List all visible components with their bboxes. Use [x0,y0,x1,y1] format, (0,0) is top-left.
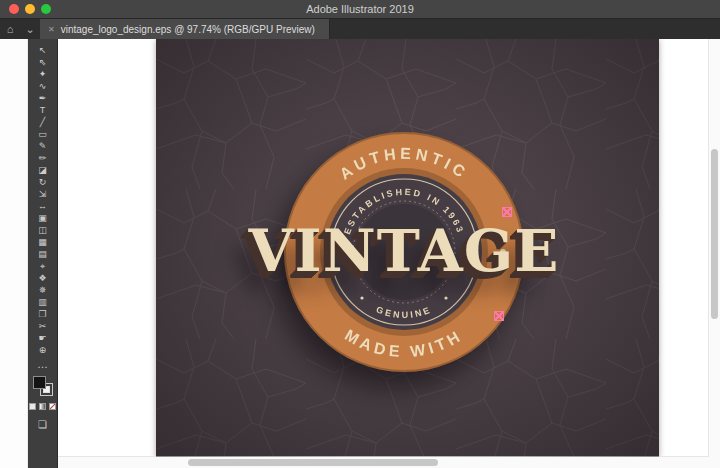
canvas-area[interactable]: AUTHENTIC MADE WITH ESTABLISHED IN 1963 … [58,39,720,468]
none-mode-button[interactable] [49,403,56,410]
paintbrush-tool-icon: ✎ [39,140,47,152]
tool-width-tool[interactable]: ↔ [38,200,47,212]
traffic-lights [9,0,51,18]
tool-magic-wand-tool[interactable]: ✦ [38,68,47,80]
tool-gradient-tool[interactable]: ▤ [38,248,47,260]
chevron-down-icon[interactable]: ⌄ [20,19,40,39]
horizontal-scrollbar[interactable] [58,456,709,468]
tool-column-graph-tool[interactable]: ▥ [38,296,47,308]
type-tool-icon: T [40,104,46,116]
eraser-tool-icon: ◪ [38,164,47,176]
document-tab-label: vintage_logo_design.eps @ 97.74% (RGB/GP… [61,24,315,35]
tool-pen-tool[interactable]: ✒ [38,92,47,104]
selection-tool-icon: ↖ [39,44,47,56]
illustrator-window: Adobe Illustrator 2019 ⌂ ⌄ ✕ vintage_log… [0,0,720,468]
document-tab[interactable]: ✕ vintage_logo_design.eps @ 97.74% (RGB/… [40,19,330,39]
screen-mode-button[interactable]: ❏ [38,419,47,430]
badge-main-title[interactable]: VINTAGE [249,217,560,285]
main-area: ↖⇖✦∿✒T╱▭✎✏◪↻⇲↔▣◫▦▤⌖❖✵▥❐✂☛⊕ … ❏ [0,39,720,468]
direct-selection-tool-icon: ⇖ [39,56,47,68]
tools-panel: ↖⇖✦∿✒T╱▭✎✏◪↻⇲↔▣◫▦▤⌖❖✵▥❐✂☛⊕ … ❏ [28,39,58,468]
vertical-scrollbar-thumb[interactable] [711,149,718,319]
tool-mesh-tool[interactable]: ▦ [38,236,47,248]
gradient-tool-icon: ▤ [38,248,47,260]
selection-anchor-2[interactable] [494,311,504,321]
tool-shape-builder-tool[interactable]: ◫ [38,224,47,236]
fill-swatch[interactable] [33,376,46,389]
color-mode-button[interactable] [29,403,36,410]
home-icon[interactable]: ⌂ [0,19,20,39]
rotate-tool-icon: ↻ [39,176,47,188]
blend-tool-icon: ❖ [38,272,46,284]
tool-line-segment-tool[interactable]: ╱ [38,116,47,128]
tool-symbol-sprayer-tool[interactable]: ✵ [38,284,47,296]
titlebar: Adobe Illustrator 2019 [0,0,720,19]
tool-lasso-tool[interactable]: ∿ [38,80,47,92]
symbol-sprayer-tool-icon: ✵ [39,284,47,296]
tool-zoom-tool[interactable]: ⊕ [38,344,47,356]
pen-tool-icon: ✒ [39,92,47,104]
free-transform-tool-icon: ▣ [38,212,47,224]
tool-hand-tool[interactable]: ☛ [38,332,47,344]
fullscreen-window-button[interactable] [41,4,51,14]
tool-selection-tool[interactable]: ↖ [38,44,47,56]
fill-stroke-control[interactable] [33,376,53,396]
gradient-mode-button[interactable] [39,403,46,410]
artboard-tool-icon: ❐ [38,308,46,320]
eyedropper-tool-icon: ⌖ [40,260,45,272]
scale-tool-icon: ⇲ [39,188,47,200]
close-window-button[interactable] [9,4,19,14]
tool-direct-selection-tool[interactable]: ⇖ [38,56,47,68]
tool-scale-tool[interactable]: ⇲ [38,188,47,200]
tool-blend-tool[interactable]: ❖ [38,272,47,284]
mesh-tool-icon: ▦ [38,236,47,248]
rectangle-tool-icon: ▭ [38,128,47,140]
tool-artboard-tool[interactable]: ❐ [38,308,47,320]
edit-toolbar-button[interactable]: … [37,359,48,369]
selection-anchor-1[interactable] [502,207,512,217]
tool-eraser-tool[interactable]: ◪ [38,164,47,176]
tool-rotate-tool[interactable]: ↻ [38,176,47,188]
artboard[interactable]: AUTHENTIC MADE WITH ESTABLISHED IN 1963 … [156,39,659,457]
tool-rectangle-tool[interactable]: ▭ [38,128,47,140]
slice-tool-icon: ✂ [39,320,47,332]
lasso-tool-icon: ∿ [39,80,47,92]
window-title: Adobe Illustrator 2019 [0,3,720,15]
tool-paintbrush-tool[interactable]: ✎ [38,140,47,152]
close-tab-icon[interactable]: ✕ [48,25,55,34]
shape-builder-tool-icon: ◫ [38,224,47,236]
left-dock-gutter [0,39,28,468]
minimize-window-button[interactable] [25,4,35,14]
horizontal-scrollbar-thumb[interactable] [188,459,438,466]
scrollbar-corner [709,457,720,468]
tool-type-tool[interactable]: T [38,104,47,116]
tool-free-transform-tool[interactable]: ▣ [38,212,47,224]
hand-tool-icon: ☛ [38,332,46,344]
tool-pencil-tool[interactable]: ✏ [38,152,47,164]
width-tool-icon: ↔ [38,200,47,212]
pencil-tool-icon: ✏ [39,152,47,164]
toolbar-tools: ↖⇖✦∿✒T╱▭✎✏◪↻⇲↔▣◫▦▤⌖❖✵▥❐✂☛⊕ [38,44,47,356]
tool-slice-tool[interactable]: ✂ [38,320,47,332]
paint-mode-buttons [29,403,56,410]
column-graph-tool-icon: ▥ [38,296,47,308]
magic-wand-tool-icon: ✦ [39,68,47,80]
tool-eyedropper-tool[interactable]: ⌖ [38,260,47,272]
vertical-scrollbar[interactable] [708,39,720,457]
zoom-tool-icon: ⊕ [39,344,47,356]
line-segment-tool-icon: ╱ [40,116,45,128]
document-tabbar: ⌂ ⌄ ✕ vintage_logo_design.eps @ 97.74% (… [0,19,720,39]
